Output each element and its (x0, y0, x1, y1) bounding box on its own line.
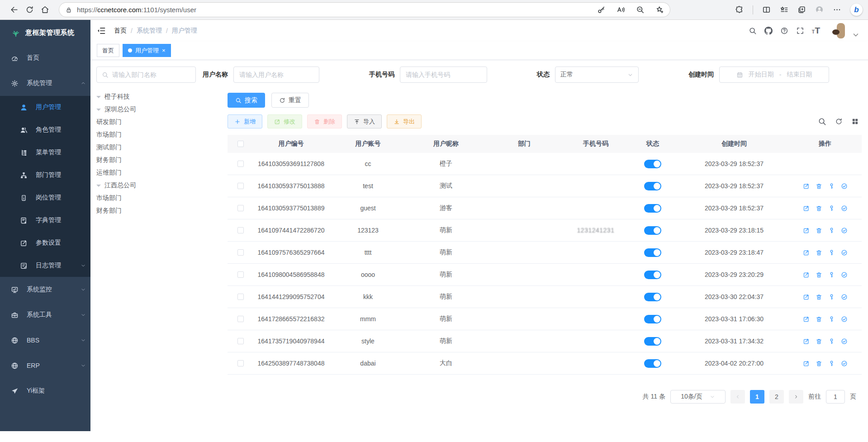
assign-role-check-icon[interactable] (841, 294, 848, 300)
address-bar[interactable]: https://ccnetcore.com:1101/system/user (59, 2, 670, 17)
sidebar-item[interactable]: 菜单管理 (0, 141, 90, 164)
status-toggle[interactable] (644, 359, 661, 368)
tree-node[interactable]: 研发部门 (96, 116, 196, 128)
sidebar-item[interactable]: 参数设置 (0, 232, 90, 254)
status-toggle[interactable] (644, 226, 661, 235)
reset-password-key-icon[interactable] (828, 183, 835, 190)
bing-chat-icon[interactable]: b (850, 4, 863, 16)
sidebar-item[interactable]: BBS (0, 328, 90, 353)
goto-page-input[interactable] (826, 390, 845, 404)
row-checkbox[interactable] (237, 316, 244, 322)
reset-password-key-icon[interactable] (828, 227, 835, 234)
reset-password-key-icon[interactable] (828, 338, 835, 345)
edit-icon[interactable] (803, 205, 810, 212)
browser-profile-icon[interactable] (815, 5, 824, 14)
add-button[interactable]: 新增 (228, 114, 262, 128)
edit-icon[interactable] (803, 271, 810, 278)
delete-icon[interactable] (816, 205, 822, 212)
sidebar-item[interactable]: 角色管理 (0, 119, 90, 141)
dept-search-input[interactable] (112, 71, 190, 78)
caret-down-icon[interactable] (96, 185, 101, 189)
caret-down-icon[interactable] (96, 109, 101, 113)
close-icon[interactable]: × (162, 48, 166, 53)
zoom-out-icon[interactable] (636, 5, 645, 14)
sidebar-item[interactable]: 字典管理 (0, 209, 90, 232)
status-toggle[interactable] (644, 315, 661, 323)
add-favorite-icon[interactable] (655, 5, 664, 14)
sidebar-item[interactable]: 系统管理 (0, 71, 90, 96)
tree-node[interactable]: 江西总公司 (96, 179, 196, 192)
delete-icon[interactable] (816, 316, 822, 323)
breadcrumb-home[interactable]: 首页 (114, 27, 127, 35)
page-number[interactable]: 2 (769, 390, 784, 404)
reset-button[interactable]: 重置 (271, 93, 309, 108)
edit-icon[interactable] (803, 316, 810, 323)
row-checkbox[interactable] (237, 360, 244, 366)
date-range-picker[interactable]: 开始日期 - 结束日期 (719, 67, 829, 83)
edit-icon[interactable] (803, 360, 810, 367)
sidebar-item[interactable]: 系统监控 (0, 277, 90, 302)
sidebar-item[interactable]: 用户管理 (0, 96, 90, 119)
read-aloud-icon[interactable] (617, 5, 625, 14)
username-input[interactable] (233, 67, 319, 83)
lock-icon[interactable] (65, 6, 72, 14)
row-checkbox[interactable] (237, 205, 244, 211)
help-icon[interactable] (780, 27, 788, 35)
assign-role-check-icon[interactable] (841, 271, 848, 278)
status-toggle[interactable] (644, 160, 661, 168)
sidebar-item[interactable]: 岗位管理 (0, 186, 90, 209)
avatar-caret-icon[interactable] (852, 31, 860, 39)
tree-node[interactable]: 深圳总公司 (96, 103, 196, 116)
browser-refresh-button[interactable] (22, 2, 37, 18)
sidebar-item[interactable]: 部门管理 (0, 164, 90, 186)
phone-input[interactable] (400, 67, 487, 83)
edit-icon[interactable] (803, 294, 810, 300)
browser-menu-icon[interactable] (833, 5, 841, 14)
assign-role-check-icon[interactable] (841, 249, 848, 256)
tree-node[interactable]: 财务部门 (96, 204, 196, 217)
github-icon[interactable] (764, 27, 773, 35)
breadcrumb-system[interactable]: 系统管理 (137, 27, 162, 35)
select-all-checkbox[interactable] (237, 141, 244, 147)
assign-role-check-icon[interactable] (841, 205, 848, 212)
columns-grid-icon[interactable] (851, 118, 859, 125)
delete-button[interactable]: 删除 (307, 114, 342, 128)
page-size-select[interactable]: 10条/页 (670, 390, 726, 404)
row-checkbox[interactable] (237, 294, 244, 300)
status-toggle[interactable] (644, 182, 661, 190)
browser-back-button[interactable] (6, 2, 22, 18)
status-toggle[interactable] (644, 337, 661, 346)
row-checkbox[interactable] (237, 183, 244, 189)
refresh-icon[interactable] (835, 118, 843, 125)
reset-password-key-icon[interactable] (828, 249, 835, 256)
row-checkbox[interactable] (237, 271, 244, 278)
tree-node[interactable]: 橙子科技 (96, 90, 196, 103)
page-tab[interactable]: 首页 (97, 44, 119, 57)
delete-icon[interactable] (816, 360, 822, 367)
search-button[interactable]: 搜索 (228, 93, 265, 108)
favorites-bar-icon[interactable] (780, 5, 788, 14)
hide-search-icon[interactable] (818, 117, 826, 126)
edit-icon[interactable] (803, 227, 810, 234)
page-tab[interactable]: 用户管理 × (123, 44, 171, 57)
row-checkbox[interactable] (237, 249, 244, 256)
tree-node[interactable]: 市场部门 (96, 128, 196, 141)
split-screen-icon[interactable] (762, 5, 771, 14)
sidebar-item[interactable]: 系统工具 (0, 302, 90, 328)
reset-password-key-icon[interactable] (828, 271, 835, 278)
search-icon[interactable] (749, 27, 757, 35)
delete-icon[interactable] (816, 294, 822, 300)
tree-node[interactable]: 财务部门 (96, 154, 196, 166)
status-toggle[interactable] (644, 248, 661, 257)
sidebar-item[interactable]: Yi框架 (0, 378, 90, 404)
assign-role-check-icon[interactable] (841, 316, 848, 323)
import-button[interactable]: 导入 (347, 114, 382, 128)
status-toggle[interactable] (644, 293, 661, 301)
row-checkbox[interactable] (237, 227, 244, 233)
assign-role-check-icon[interactable] (841, 183, 848, 190)
edit-button[interactable]: 修改 (267, 114, 302, 128)
export-button[interactable]: 导出 (387, 114, 422, 128)
delete-icon[interactable] (816, 338, 822, 345)
page-number[interactable]: 1 (750, 390, 764, 404)
sidebar-fold-icon[interactable] (97, 26, 106, 35)
